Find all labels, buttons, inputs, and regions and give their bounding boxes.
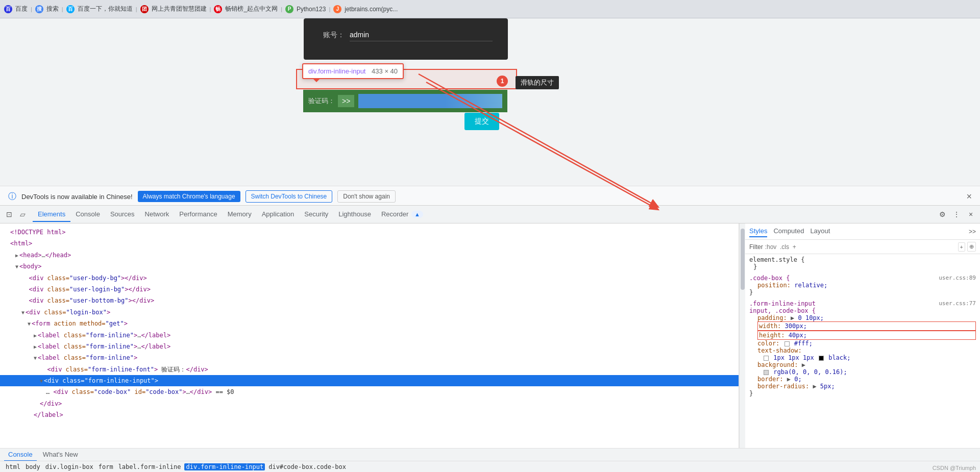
code-user-login-bg: <div class="user-login-bg"></div> bbox=[0, 284, 739, 295]
code-label-close: </label> bbox=[0, 409, 739, 420]
tab-network[interactable]: Network bbox=[140, 207, 175, 222]
filter-add-icon[interactable]: ⊕ bbox=[967, 242, 976, 252]
account-label: 账号： bbox=[319, 31, 345, 40]
prop-background-value: rgba(0, 0, 0, 0.16); bbox=[764, 368, 976, 376]
devtools-tabs: ⊡ ▱ Elements Console Sources Network Per… bbox=[0, 205, 980, 223]
tab-computed[interactable]: Computed bbox=[773, 226, 804, 237]
tab-baidu[interactable]: 百度 bbox=[15, 5, 28, 13]
bc-form[interactable]: form bbox=[97, 463, 115, 470]
style-rule-form-inline: .form-inline-input user.css:77 input, .c… bbox=[749, 300, 976, 397]
console-bar: Console What's New bbox=[0, 448, 980, 461]
prop-background: background: ▶ bbox=[757, 361, 976, 368]
inspect-icon[interactable]: ⊡ bbox=[4, 209, 14, 219]
codebox-source[interactable]: user.css:89 bbox=[939, 275, 976, 281]
shadow-swatch-white[interactable] bbox=[764, 356, 769, 361]
tab-sales[interactable]: 畅销榜_起点中文网 bbox=[225, 5, 278, 13]
codebox-close: } bbox=[749, 289, 976, 296]
bc-html[interactable]: html bbox=[4, 463, 22, 470]
code-label1[interactable]: ▶<label class="form-inline">…</label> bbox=[0, 330, 739, 341]
code-form-open: ▼<form action method="get"> bbox=[0, 318, 739, 329]
code-label3-open: ▼<label class="form-inline"> bbox=[0, 352, 739, 363]
code-user-body-bg: <div class="user-body-bg"></div> bbox=[0, 272, 739, 284]
expand-head-arrow[interactable]: ▶ bbox=[15, 253, 18, 258]
dont-show-again-button[interactable]: Don't show again bbox=[337, 190, 396, 203]
prop-text-shadow-value: 1px 1px 1px black; bbox=[764, 354, 976, 361]
styles-content: element.style { } .code-box { user.css:8… bbox=[745, 254, 980, 448]
switch-devtools-button[interactable]: Switch DevTools to Chinese bbox=[246, 190, 333, 203]
element-tooltip: div.form-inline-input 433 × 40 bbox=[302, 63, 404, 79]
tab-baidu2[interactable]: 百度一下，你就知道 bbox=[78, 5, 133, 13]
expand-label1-arrow[interactable]: ▶ bbox=[34, 333, 37, 338]
filter-icons: + ⊕ bbox=[958, 242, 976, 252]
form-inline-close: } bbox=[749, 390, 976, 397]
styles-more-button[interactable]: >> bbox=[969, 228, 976, 235]
code-label2[interactable]: ▶<label class="form-inline">…</label> bbox=[0, 341, 739, 352]
tab-lighthouse[interactable]: Lighthouse bbox=[333, 207, 376, 222]
always-match-button[interactable]: Always match Chrome's language bbox=[138, 191, 240, 202]
filter-hov-icon[interactable]: + bbox=[958, 242, 965, 252]
tab-memory[interactable]: Memory bbox=[223, 207, 257, 222]
tab-search[interactable]: 搜索 bbox=[46, 5, 59, 13]
filter-input[interactable] bbox=[765, 243, 956, 251]
code-code-box[interactable]: … <div class="code-box" id="code-box">…<… bbox=[0, 386, 739, 398]
form-inline-source[interactable]: user.css:77 bbox=[939, 300, 976, 307]
browser-top-bar: 百 百度 | 搜 搜索 | 百 百度一下，你就知道 | 团 网上共青团智慧团建 … bbox=[0, 0, 980, 18]
expand-label3-arrow[interactable]: ▼ bbox=[34, 355, 37, 361]
submit-button[interactable]: 提交 bbox=[464, 113, 499, 130]
tab-performance[interactable]: Performance bbox=[174, 207, 222, 222]
expand-body-arrow[interactable]: ▼ bbox=[15, 264, 18, 269]
shadow-swatch-black[interactable] bbox=[819, 356, 824, 361]
close-icon[interactable]: × bbox=[966, 209, 976, 219]
tab-youth[interactable]: 网上共青团智慧团建 bbox=[152, 5, 207, 13]
color-swatch-white[interactable] bbox=[785, 341, 790, 346]
code-form-inline-input-selected[interactable]: ▼<div class="form-inline-input"> bbox=[0, 375, 739, 386]
info-icon: ⓘ bbox=[8, 191, 16, 202]
bg-swatch[interactable] bbox=[764, 370, 769, 375]
devtools-left-icons: ⊡ ▱ bbox=[4, 209, 28, 219]
bc-label-form-inline[interactable]: label.form-inline bbox=[117, 463, 183, 470]
prop-color: color: #fff; bbox=[757, 340, 976, 347]
tab-python[interactable]: Python123 bbox=[297, 6, 326, 13]
tab-recorder[interactable]: Recorder ▲ bbox=[376, 207, 428, 222]
more-icon[interactable]: ⋮ bbox=[951, 209, 962, 219]
account-row: 账号： bbox=[319, 29, 493, 41]
form-inline-selector-line: .form-inline-input user.css:77 bbox=[749, 300, 976, 307]
code-head[interactable]: ▶<head>…</head> bbox=[0, 250, 739, 261]
console-tab-whats-new[interactable]: What's New bbox=[39, 449, 82, 461]
bc-div-form-inline-input[interactable]: div.form-inline-input bbox=[184, 463, 265, 470]
tab-layout[interactable]: Layout bbox=[810, 226, 830, 237]
expand-form-arrow[interactable]: ▼ bbox=[28, 321, 31, 327]
scrollbar-thumb[interactable] bbox=[741, 229, 745, 290]
bc-body[interactable]: body bbox=[24, 463, 42, 470]
account-input[interactable] bbox=[350, 29, 493, 41]
tab-application[interactable]: Application bbox=[257, 207, 300, 222]
code-form-inline-font: <div class="form-inline-font"> 验证码：</div… bbox=[0, 364, 739, 375]
bc-codebox[interactable]: div#code-box.code-box bbox=[267, 463, 348, 470]
elements-code[interactable]: <!DOCTYPE html> <html> ▶<head>…</head> ▼… bbox=[0, 223, 739, 448]
console-tab-console[interactable]: Console bbox=[4, 449, 37, 461]
prop-width-highlighted: width: 300px; bbox=[757, 321, 976, 331]
prop-height-highlighted: height: 40px; bbox=[757, 331, 976, 340]
favicon-search: 搜 bbox=[35, 5, 43, 13]
favicon-sales: 畅 bbox=[214, 5, 222, 13]
expand-login-arrow[interactable]: ▼ bbox=[21, 310, 24, 315]
device-icon[interactable]: ▱ bbox=[17, 209, 28, 219]
notification-close-button[interactable]: × bbox=[966, 191, 972, 202]
tab-sources[interactable]: Sources bbox=[105, 207, 140, 222]
style-rule-element: element.style { } bbox=[749, 256, 976, 270]
bc-login-box[interactable]: div.login-box bbox=[44, 463, 95, 470]
tab-console[interactable]: Console bbox=[70, 207, 105, 222]
elements-scrollbar[interactable] bbox=[739, 223, 745, 448]
devtools-right-icons: ⚙ ⋮ × bbox=[937, 209, 976, 219]
settings-icon[interactable]: ⚙ bbox=[937, 209, 947, 219]
expand-label2-arrow[interactable]: ▶ bbox=[34, 344, 37, 350]
verify-button[interactable]: >> bbox=[338, 95, 354, 107]
tab-styles[interactable]: Styles bbox=[749, 226, 767, 237]
code-login-box-open: ▼<div class="login-box"> bbox=[0, 307, 739, 318]
tooltip-size: 433 × 40 bbox=[372, 67, 398, 75]
tab-security[interactable]: Security bbox=[299, 207, 333, 222]
tab-jb[interactable]: jetbrains.com(pyc... bbox=[345, 6, 398, 13]
tab-elements[interactable]: Elements bbox=[33, 207, 70, 222]
verify-progress[interactable] bbox=[358, 94, 502, 108]
expand-inline-input-arrow[interactable]: ▼ bbox=[40, 378, 43, 384]
